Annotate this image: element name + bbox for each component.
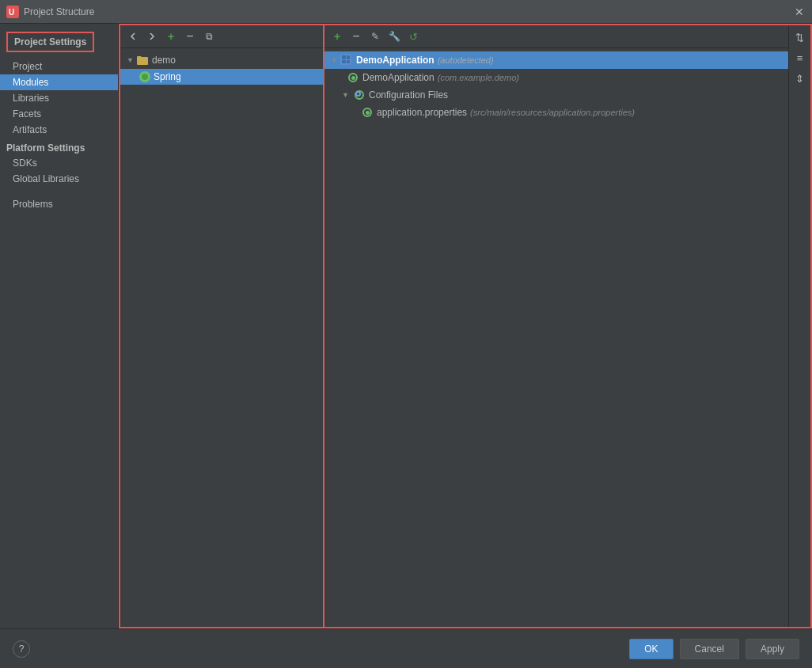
spring-leaf-icon (347, 71, 359, 84)
detail-item-demo-app-main[interactable]: DemoApplication (com.example.demo) (324, 69, 788, 86)
module-tree-item-spring[interactable]: Spring (120, 69, 323, 85)
sidebar-item-problems[interactable]: Problems (0, 196, 118, 212)
sidebar-item-global-libraries[interactable]: Global Libraries (0, 171, 118, 187)
detail-item-app-properties[interactable]: application.properties (src/main/resourc… (324, 104, 788, 121)
tree-arrow-demo-app: ▼ (331, 56, 340, 64)
sidebar-item-facets[interactable]: Facets (0, 106, 118, 122)
sidebar-item-modules[interactable]: Modules (0, 74, 118, 90)
title-bar: U Project Structure ✕ (0, 0, 812, 24)
detail-item-config-files[interactable]: ▼ Configuration Files (324, 86, 788, 104)
demo-app-main-meta: (com.example.demo) (438, 73, 519, 82)
wrench-icon: 🔧 (389, 31, 400, 42)
module-tree: ▼ demo Spring (120, 48, 323, 627)
help-button[interactable]: ? (13, 640, 30, 658)
demo-app-name: DemoApplication (356, 55, 434, 66)
svg-text:U: U (9, 8, 14, 17)
add-module-button[interactable]: + (163, 28, 179, 44)
forward-button[interactable] (144, 28, 160, 44)
app-properties-name: application.properties (377, 107, 467, 118)
filter-button[interactable]: ≡ (791, 49, 809, 66)
apply-button[interactable]: Apply (746, 639, 799, 659)
add-icon: + (168, 30, 174, 43)
ok-button[interactable]: OK (629, 639, 673, 659)
config-folder-icon (353, 89, 366, 101)
module-name-spring: Spring (154, 71, 181, 82)
spring-icon (139, 71, 150, 82)
expand-icon: ⇕ (795, 73, 804, 85)
platform-settings-title: Platform Settings (0, 138, 118, 155)
refresh-icon: ↺ (409, 31, 418, 43)
module-list-toolbar: + − ⧉ (120, 25, 323, 48)
remove-module-button[interactable]: − (182, 28, 198, 44)
sort-button[interactable]: ⇅ (791, 28, 809, 46)
top-pane: + − ⧉ ▼ (119, 24, 812, 628)
module-name-demo: demo (152, 55, 176, 66)
folder-icon (136, 54, 149, 66)
module-list-pane: + − ⧉ ▼ (119, 24, 324, 628)
sort-icon: ⇅ (795, 32, 804, 44)
help-icon: ? (19, 643, 25, 655)
wrench-button[interactable]: 🔧 (386, 28, 402, 44)
add-item-button[interactable]: + (329, 28, 345, 44)
cancel-button[interactable]: Cancel (680, 639, 739, 659)
module-tree-item-demo[interactable]: ▼ demo (120, 51, 323, 69)
close-button[interactable]: ✕ (793, 6, 806, 18)
demo-app-icon (340, 54, 353, 66)
sidebar-item-libraries[interactable]: Libraries (0, 90, 118, 106)
properties-icon (361, 106, 374, 119)
tree-expand-arrow: ▼ (127, 56, 136, 64)
sidebar: Project Settings Project Modules Librari… (0, 24, 119, 628)
remove-icon: − (186, 30, 193, 43)
edit-icon: ✎ (371, 31, 379, 42)
add-detail-icon: + (334, 30, 340, 43)
sidebar-item-sdks[interactable]: SDKs (0, 155, 118, 171)
right-pane-content: ▼ DemoAppli (324, 48, 788, 627)
right-detail-pane: + − ✎ 🔧 ↺ (324, 24, 812, 628)
sidebar-item-project[interactable]: Project (0, 59, 118, 74)
side-buttons: ⇅ ≡ ⇕ (788, 25, 810, 627)
window-title: Project Structure (24, 6, 793, 17)
main-layout: Project Settings Project Modules Librari… (0, 24, 812, 628)
config-files-name: Configuration Files (369, 89, 448, 101)
remove-detail-icon: − (352, 30, 359, 43)
remove-item-button[interactable]: − (348, 28, 364, 44)
refresh-button[interactable]: ↺ (405, 28, 421, 44)
bottom-bar: ? OK Cancel Apply (0, 628, 812, 668)
sidebar-item-artifacts[interactable]: Artifacts (0, 122, 118, 138)
project-settings-title: Project Settings (6, 32, 94, 52)
filter-icon: ≡ (797, 52, 803, 64)
content-area: + − ⧉ ▼ (119, 24, 812, 628)
bottom-left: ? (13, 640, 30, 658)
demo-app-meta: (autodetected) (438, 55, 494, 65)
copy-icon: ⧉ (206, 31, 213, 42)
edit-item-button[interactable]: ✎ (367, 28, 383, 44)
copy-module-button[interactable]: ⧉ (201, 28, 217, 44)
detail-item-demo-app[interactable]: ▼ DemoAppli (324, 51, 788, 69)
tree-arrow-config: ▼ (342, 91, 351, 99)
bottom-right: OK Cancel Apply (629, 639, 799, 659)
demo-app-main-name: DemoApplication (362, 72, 434, 83)
expand-button[interactable]: ⇕ (791, 70, 809, 87)
right-pane-toolbar: + − ✎ 🔧 ↺ (324, 25, 788, 48)
app-properties-meta: (src/main/resources/application.properti… (470, 108, 635, 117)
back-button[interactable] (125, 28, 141, 44)
app-icon: U (6, 6, 19, 18)
